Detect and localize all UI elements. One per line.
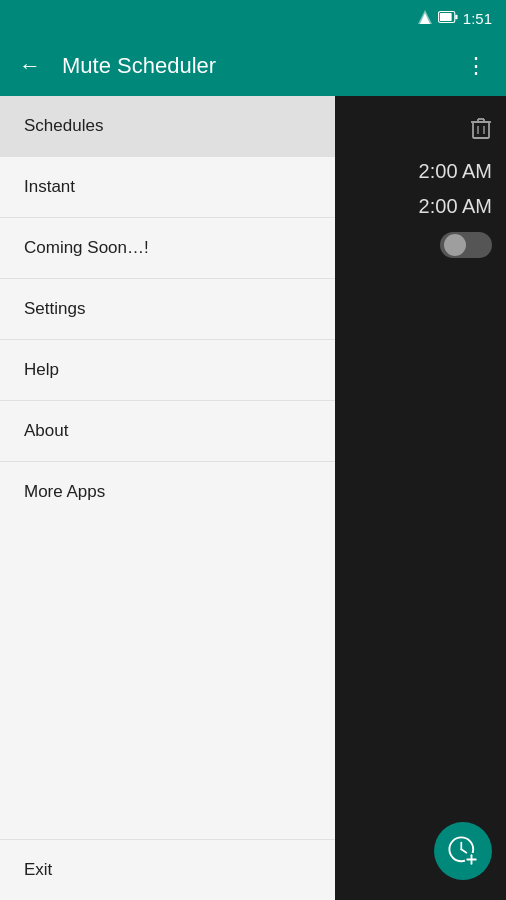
nav-item-instant[interactable]: Instant <box>0 157 335 217</box>
nav-item-settings[interactable]: Settings <box>0 279 335 339</box>
schedule-end-time: 2:00 AM <box>335 189 506 224</box>
schedule-toggle[interactable] <box>440 232 492 258</box>
toggle-row <box>335 224 506 266</box>
add-schedule-fab[interactable] <box>434 822 492 880</box>
nav-item-coming-soon[interactable]: Coming Soon…! <box>0 218 335 278</box>
more-options-button[interactable]: ⋮ <box>460 50 492 82</box>
svg-rect-4 <box>455 14 457 19</box>
battery-icon <box>438 11 458 26</box>
toolbar: ← Mute Scheduler ⋮ <box>0 36 506 96</box>
nav-spacer <box>0 522 335 839</box>
content-area: 2:00 AM 2:00 AM <box>335 96 506 900</box>
trash-icon[interactable] <box>470 116 492 146</box>
nav-item-more-apps[interactable]: More Apps <box>0 462 335 522</box>
svg-rect-3 <box>440 12 452 20</box>
svg-rect-5 <box>473 122 489 138</box>
nav-item-about[interactable]: About <box>0 401 335 461</box>
nav-item-schedules[interactable]: Schedules <box>0 96 335 156</box>
toolbar-title: Mute Scheduler <box>62 53 444 79</box>
schedule-start-time: 2:00 AM <box>335 154 506 189</box>
signal-icon <box>417 9 433 28</box>
clock-add-icon <box>446 834 480 868</box>
nav-item-help[interactable]: Help <box>0 340 335 400</box>
nav-item-exit[interactable]: Exit <box>0 839 335 900</box>
content-header-row <box>335 108 506 154</box>
navigation-drawer: Schedules Instant Coming Soon…! Settings… <box>0 96 335 900</box>
status-icons: 1:51 <box>417 9 492 28</box>
toggle-thumb <box>444 234 466 256</box>
svg-line-14 <box>461 849 466 852</box>
status-time: 1:51 <box>463 10 492 27</box>
back-button[interactable]: ← <box>14 50 46 82</box>
status-bar: 1:51 <box>0 0 506 36</box>
main-layout: 2:00 AM 2:00 AM Schedules Instant Coming… <box>0 96 506 900</box>
